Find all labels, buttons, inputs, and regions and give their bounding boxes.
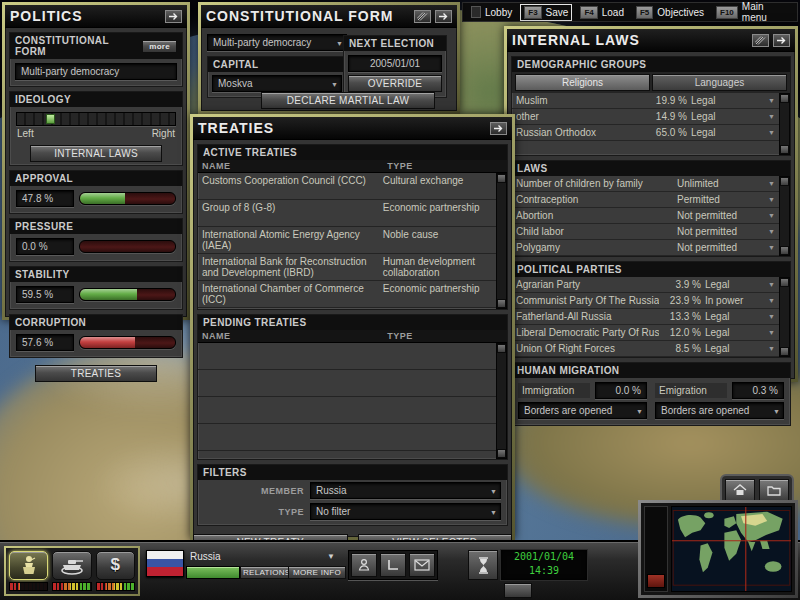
- government-form-dropdown[interactable]: Multi-party democracy: [207, 34, 347, 51]
- politics-mode-button[interactable]: [9, 551, 48, 580]
- laws-section: LAWS Number of children by family Unlimi…: [511, 160, 791, 257]
- dropdown-arrow-icon[interactable]: ▼: [763, 97, 775, 104]
- type-filter-dropdown[interactable]: No filter: [310, 503, 501, 520]
- law-row[interactable]: Number of children by family Unlimited ▼: [512, 176, 779, 192]
- politics-gauge: [9, 582, 48, 591]
- religion-row[interactable]: Russian Orthodox 65.0 % Legal ▼: [512, 125, 779, 141]
- objectives-label: Objectives: [657, 7, 704, 18]
- dropdown-arrow-icon[interactable]: ▼: [763, 329, 775, 336]
- scrollbar[interactable]: [496, 173, 507, 309]
- detach-arrow-icon[interactable]: [165, 10, 182, 23]
- communication-buttons: [348, 550, 438, 580]
- dropdown-arrow-icon[interactable]: ▼: [763, 313, 775, 320]
- dropdown-arrow-icon[interactable]: ▼: [763, 281, 775, 288]
- minimap-view-button[interactable]: [759, 479, 789, 501]
- detach-arrow-icon[interactable]: [773, 34, 790, 47]
- ideology-slider-handle[interactable]: [46, 114, 55, 124]
- game-clock: 2001/01/04 14:39: [500, 549, 588, 581]
- minimap-zoom-slider[interactable]: [644, 506, 668, 592]
- history-button[interactable]: [380, 553, 406, 577]
- filters-section: FILTERS MEMBER Russia TYPE No filter: [197, 464, 508, 526]
- clock-options-button[interactable]: [504, 583, 532, 598]
- next-election-section: NEXT ELECTION 2005/01/01 OVERRIDE: [343, 35, 447, 98]
- treaty-row[interactable]: Group of 8 (G-8) Economic partnership: [198, 200, 496, 227]
- main-menu-label: Main menu: [742, 1, 789, 23]
- party-row[interactable]: Union Of Right Forces 8.5 % Legal ▼: [512, 341, 779, 357]
- column-header-name[interactable]: NAME: [202, 161, 387, 171]
- treaty-row[interactable]: International Chamber of Commerce (ICC) …: [198, 281, 496, 308]
- dropdown-arrow-icon[interactable]: ▼: [763, 228, 775, 235]
- stability-section: STABILITY 59.5 %: [9, 266, 183, 310]
- override-button[interactable]: OVERRIDE: [348, 75, 442, 92]
- law-row[interactable]: Child labor Not permitted ▼: [512, 224, 779, 240]
- dropdown-arrow-icon[interactable]: ▼: [763, 297, 775, 304]
- dropdown-arrow-icon[interactable]: ▼: [763, 345, 775, 352]
- stability-meter: [79, 288, 176, 301]
- menu-load-button[interactable]: F4 Load: [577, 5, 627, 20]
- law-row[interactable]: Polygamy Not permitted ▼: [512, 240, 779, 256]
- relations-button[interactable]: RELATIONS: [240, 566, 292, 579]
- scrollbar[interactable]: [779, 176, 790, 256]
- column-header-type[interactable]: TYPE: [387, 161, 503, 171]
- russia-flag[interactable]: [146, 550, 184, 577]
- treaty-row[interactable]: International Bank for Reconstruction an…: [198, 254, 496, 281]
- dropdown-arrow-icon[interactable]: ▼: [763, 244, 775, 251]
- member-filter-dropdown[interactable]: Russia: [310, 482, 501, 499]
- minimap-zoom-thumb[interactable]: [647, 574, 665, 588]
- pending-treaties-section: PENDING TREATIES NAME TYPE: [197, 314, 508, 460]
- dropdown-arrow-icon[interactable]: ▼: [763, 196, 775, 203]
- internal-laws-button[interactable]: INTERNAL LAWS: [30, 145, 162, 162]
- treaty-row[interactable]: Customs Cooperation Council (CCC) Cultur…: [198, 173, 496, 200]
- tank-icon: [59, 555, 85, 575]
- tab-religions[interactable]: Religions: [515, 74, 650, 91]
- lobby-button[interactable]: Lobby: [468, 5, 515, 19]
- lobby-label: Lobby: [485, 7, 512, 18]
- emigration-dropdown[interactable]: Borders are opened: [655, 402, 784, 419]
- dropdown-arrow-icon[interactable]: ▼: [763, 212, 775, 219]
- menu-save-button[interactable]: F3 Save: [521, 5, 571, 20]
- scrollbar[interactable]: [779, 93, 790, 155]
- law-row[interactable]: Contraception Permitted ▼: [512, 192, 779, 208]
- column-header-type[interactable]: TYPE: [387, 331, 503, 341]
- constitutional-form-section: CONSTITUTIONAL FORM more Multi-party dem…: [9, 32, 183, 87]
- pressure-value: 0.0 %: [16, 238, 74, 255]
- envelope-icon: [414, 559, 430, 571]
- edit-icon[interactable]: [752, 34, 769, 47]
- dropdown-arrow-icon[interactable]: ▼: [763, 180, 775, 187]
- country-dropdown-arrow-icon[interactable]: ▼: [327, 552, 335, 561]
- time-control-button[interactable]: [468, 550, 498, 580]
- party-row[interactable]: Fatherland-All Russia 13.3 % Legal ▼: [512, 309, 779, 325]
- immigration-dropdown[interactable]: Borders are opened: [518, 402, 647, 419]
- capital-dropdown[interactable]: Moskva: [212, 75, 342, 92]
- chat-button[interactable]: [351, 553, 377, 577]
- more-info-button[interactable]: MORE INFO: [288, 566, 346, 579]
- treaties-button[interactable]: TREATIES: [35, 365, 157, 382]
- menu-objectives-button[interactable]: F5 Objectives: [633, 5, 707, 20]
- dropdown-arrow-icon[interactable]: ▼: [763, 113, 775, 120]
- more-button[interactable]: more: [142, 40, 177, 53]
- religion-row[interactable]: other 14.9 % Legal ▼: [512, 109, 779, 125]
- edit-icon[interactable]: [414, 10, 431, 23]
- party-row[interactable]: Liberal Democratic Party Of Russia 12.0 …: [512, 325, 779, 341]
- detach-arrow-icon[interactable]: [490, 122, 507, 135]
- minimap-world-map[interactable]: [671, 506, 792, 592]
- dropdown-arrow-icon[interactable]: ▼: [763, 129, 775, 136]
- ideology-slider[interactable]: [16, 112, 176, 126]
- tab-languages[interactable]: Languages: [652, 74, 787, 91]
- minimap-home-button[interactable]: [725, 479, 755, 501]
- military-mode-button[interactable]: [52, 551, 91, 580]
- party-row[interactable]: Agrarian Party 3.9 % Legal ▼: [512, 277, 779, 293]
- treaty-row[interactable]: International Atomic Energy Agency (IAEA…: [198, 227, 496, 254]
- column-header-name[interactable]: NAME: [202, 331, 387, 341]
- scrollbar[interactable]: [779, 277, 790, 357]
- declare-martial-law-button[interactable]: DECLARE MARTIAL LAW: [261, 92, 435, 109]
- economy-mode-button[interactable]: $: [96, 551, 135, 580]
- menu-main-menu-button[interactable]: F10 Main menu: [713, 0, 792, 24]
- religion-row[interactable]: Muslim 19.9 % Legal ▼: [512, 93, 779, 109]
- scrollbar[interactable]: [496, 343, 507, 459]
- mail-button[interactable]: [409, 553, 435, 577]
- load-label: Load: [602, 7, 624, 18]
- party-row[interactable]: Communist Party Of The Russian Feder 23.…: [512, 293, 779, 309]
- law-row[interactable]: Abortion Not permitted ▼: [512, 208, 779, 224]
- detach-arrow-icon[interactable]: [435, 10, 452, 23]
